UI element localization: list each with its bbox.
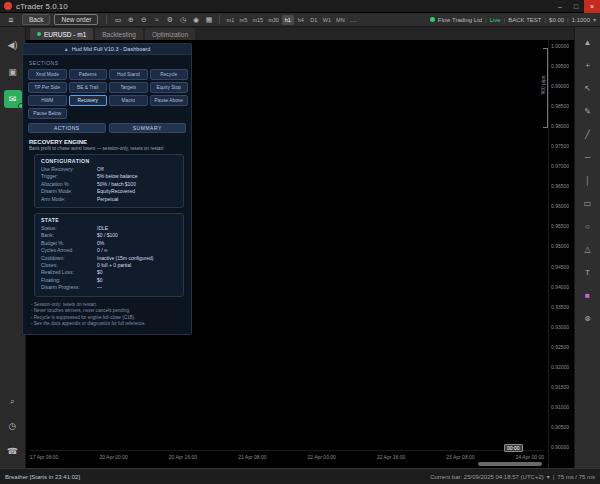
section-button-tp-per-side[interactable]: TP Per Side <box>28 82 67 93</box>
volume-icon[interactable]: ◀) <box>4 36 22 54</box>
timeframe-w1[interactable]: W1 <box>321 15 333 25</box>
account-info[interactable]: Flow Trading Ltd | Live | BACK TEST | $0… <box>430 16 600 23</box>
kv-row: Disarm Progress:— <box>41 284 179 291</box>
section-button-equity-stop[interactable]: Equity Stop <box>150 82 189 93</box>
settings-gear-icon[interactable]: ⚙ <box>163 16 176 24</box>
kv-value: EquityRecovered <box>97 188 135 195</box>
account-mode: Live <box>490 17 501 23</box>
triangle-tool-icon[interactable]: △ <box>580 241 596 257</box>
section-button-xmd-mode[interactable]: Xmd Mode <box>28 69 67 80</box>
timeframe-m5[interactable]: m5 <box>237 15 249 25</box>
collapse-toolbar-icon[interactable]: ▲ <box>580 34 596 50</box>
close-button[interactable]: × <box>584 0 600 13</box>
tab-label: EURUSD - m1 <box>44 31 86 38</box>
zoom-in-icon[interactable]: ⊕ <box>124 16 137 24</box>
engine-notes: - Session-only: resets on restart.- Neve… <box>31 302 185 328</box>
kv-row: Arm Mode:Perpetual <box>41 196 179 203</box>
hamburger-menu-icon[interactable]: ≡ <box>0 13 22 27</box>
tab-eurusd-m1[interactable]: EURUSD - m1 <box>30 28 93 40</box>
tab-backtesting[interactable]: Backtesting <box>95 28 143 40</box>
text-tool-icon[interactable]: T <box>580 264 596 280</box>
timeframe-mn[interactable]: MN <box>334 15 347 25</box>
kv-row: Allocation %:50% / batch $100 <box>41 181 179 188</box>
trendline-icon[interactable]: ╱ <box>580 126 596 142</box>
panel-title: Hud Mid Full V10.3 - Dashboard <box>72 46 151 52</box>
maximize-button[interactable]: □ <box>568 0 584 13</box>
kv-label: Bank: <box>41 232 97 239</box>
section-button-patterns[interactable]: Patterns <box>69 69 108 80</box>
time-axis[interactable]: 17 Apr 08:0020 Apr 00:0020 Apr 16:0021 A… <box>30 450 544 460</box>
section-button-recycle[interactable]: Recycle <box>150 69 189 80</box>
pips-measure-label: 900 pips <box>540 76 546 95</box>
tab-optimization[interactable]: Optimization <box>145 28 195 40</box>
kv-value: $0 / $100 <box>97 232 118 239</box>
crosshair-icon[interactable]: + <box>580 57 596 73</box>
kv-value: 0 / ∞ <box>97 247 108 254</box>
pencil-draw-icon[interactable]: ✎ <box>580 103 596 119</box>
zoom-out-icon[interactable]: ⊖ <box>137 16 150 24</box>
new-order-button[interactable]: New order <box>54 14 98 25</box>
active-tab-dot <box>37 32 41 36</box>
window-title: cTrader 5.0.10 <box>16 2 68 11</box>
ellipse-tool-icon[interactable]: ○ <box>580 218 596 234</box>
back-button[interactable]: Back <box>22 14 50 25</box>
kv-value: — <box>97 284 102 291</box>
kv-row: Use Recovery:Off <box>41 166 179 173</box>
vertical-line-icon[interactable]: │ <box>580 172 596 188</box>
delete-drawings-icon[interactable]: ⊗ <box>580 310 596 326</box>
kv-label: Realized Loss: <box>41 269 97 276</box>
price-tick: 0.97000 <box>551 164 574 169</box>
timeframe-m1[interactable]: m1 <box>224 15 236 25</box>
chart-area[interactable]: ▲ Hud Mid Full V10.3 - Dashboard SECTION… <box>26 40 548 468</box>
color-swatch[interactable]: ■ <box>580 287 596 303</box>
section-button-targets[interactable]: Targets <box>109 82 148 93</box>
section-button-recovery[interactable]: Recovery <box>69 95 108 106</box>
section-button-pause-below[interactable]: Pause Below <box>28 108 67 119</box>
status-bar: Breather [Starts in 23:41:02] Current ba… <box>0 468 600 484</box>
kv-row: Realized Loss:$0 <box>41 269 179 276</box>
algo-mail-icon[interactable]: ✉ <box>4 90 22 108</box>
minimize-button[interactable]: – <box>552 0 568 13</box>
chevron-down-icon[interactable]: ▾ <box>547 473 550 480</box>
more-timeframes-button[interactable]: … <box>350 16 357 23</box>
horizontal-scrollbar[interactable] <box>478 462 542 466</box>
rectangle-tool-icon[interactable]: ▭ <box>580 195 596 211</box>
kv-value: Perpetual <box>97 196 118 203</box>
section-button-hwm[interactable]: HWM <box>28 95 67 106</box>
section-button-macro[interactable]: Macro <box>109 95 148 106</box>
horizontal-line-icon[interactable]: ─ <box>580 149 596 165</box>
main-toolbar: ≡ Back New order ▭⊕⊖≈⚙◷◉▦ m1m5m15m30h1h4… <box>0 13 600 27</box>
summary-button[interactable]: SUMMARY <box>109 123 187 133</box>
copy-windows-icon[interactable]: ▣ <box>4 63 22 81</box>
support-icon[interactable]: ☎ <box>4 442 22 460</box>
ctrader-logo-icon <box>4 2 12 10</box>
session-countdown: Breather [Starts in 23:41:02] <box>5 474 80 480</box>
timeframe-d1[interactable]: D1 <box>308 15 320 25</box>
chevron-down-icon[interactable]: ▾ <box>593 16 596 23</box>
alerts-icon[interactable]: ◷ <box>4 417 22 435</box>
actions-button[interactable]: ACTIONS <box>28 123 106 133</box>
timeframe-h4[interactable]: h4 <box>295 15 307 25</box>
kv-value: 0 full + 0 partial <box>97 262 131 269</box>
timeframe-m15[interactable]: m15 <box>250 15 265 25</box>
cursor-icon[interactable]: ↖ <box>580 80 596 96</box>
section-row: Pause Below <box>28 108 186 119</box>
price-tick: 1.00000 <box>551 44 574 49</box>
section-button-be-trail[interactable]: BE & Trail <box>69 82 108 93</box>
price-tick: 0.98500 <box>551 104 574 109</box>
note-line: - See the docs appendix or diagnostics f… <box>31 321 185 328</box>
price-tick: 0.91500 <box>551 385 574 390</box>
algo-dashboard-panel: ▲ Hud Mid Full V10.3 - Dashboard SECTION… <box>22 43 192 335</box>
alert-clock-icon[interactable]: ◷ <box>176 16 189 24</box>
section-button-pause-above[interactable]: Pause Above <box>150 95 189 106</box>
view-eye-icon[interactable]: ◉ <box>189 16 202 24</box>
chart-type-icon[interactable]: ▭ <box>111 16 124 24</box>
search-icon[interactable]: ⌕ <box>4 392 22 410</box>
section-button-hud-stand[interactable]: Hud Stand <box>109 69 148 80</box>
panel-header[interactable]: ▲ Hud Mid Full V10.3 - Dashboard <box>23 44 191 55</box>
grid-icon[interactable]: ▦ <box>202 16 215 24</box>
timeframe-m30[interactable]: m30 <box>266 15 281 25</box>
indicators-icon[interactable]: ≈ <box>150 16 163 23</box>
price-axis[interactable]: 1.000000.995000.990000.985000.980000.975… <box>548 40 574 468</box>
timeframe-h1[interactable]: h1 <box>282 15 294 25</box>
